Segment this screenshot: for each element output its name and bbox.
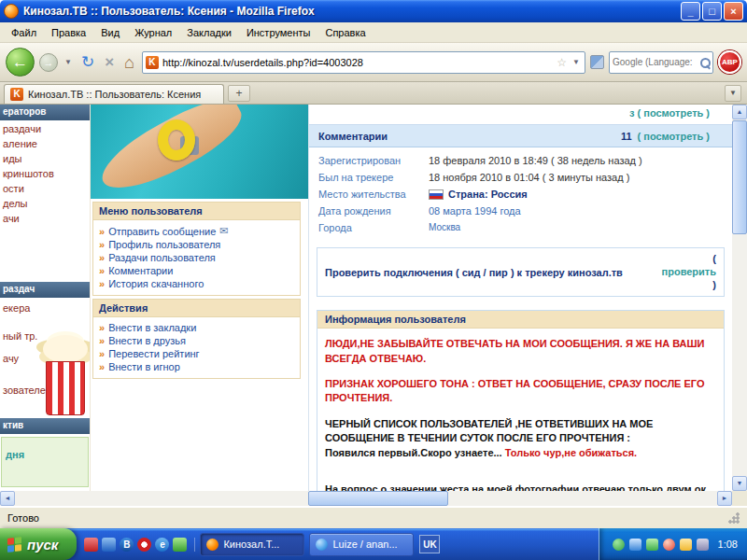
menu-item-label: История скачанного: [108, 278, 204, 289]
horizontal-scrollbar[interactable]: ◄ ►: [0, 491, 732, 506]
firefox-task-icon: [206, 539, 218, 551]
forward-button[interactable]: →: [39, 53, 58, 72]
scroll-right-icon[interactable]: ►: [717, 491, 732, 506]
info-paragraph: ЛЮДИ,НЕ ЗАБЫВАЙТЕ ОТВЕЧАТЬ НА МОИ СООБЩЕ…: [325, 337, 716, 366]
paren-open: (: [712, 253, 716, 266]
search-input[interactable]: [613, 57, 698, 67]
back-button[interactable]: ←: [6, 48, 35, 77]
comments-view-link[interactable]: ( посмотреть ): [638, 131, 710, 142]
sidebar-link[interactable]: иды: [0, 151, 91, 166]
stop-icon[interactable]: ×: [102, 52, 117, 72]
tray-icon[interactable]: [629, 539, 641, 551]
top-row-fragment: з ( посмотреть ): [309, 105, 732, 125]
windows-logo-icon: [7, 537, 21, 553]
language-indicator[interactable]: UK: [419, 535, 440, 553]
action-label: Внести в игнор: [108, 361, 180, 372]
bookmark-star-icon[interactable]: ☆: [557, 56, 567, 69]
country-text: Страна: Россия: [448, 189, 528, 200]
detail-row-birthdate: Дата рождения 08 марта 1994 года: [309, 203, 732, 219]
tray-icon[interactable]: [646, 539, 658, 551]
menu-item-torrents[interactable]: » Раздачи пользователя: [93, 251, 300, 264]
scroll-left-icon[interactable]: ◄: [0, 491, 15, 506]
view-link[interactable]: з ( посмотреть ): [629, 107, 710, 119]
menu-view[interactable]: Вид: [93, 24, 127, 41]
sidebar-link[interactable]: криншотов: [0, 166, 91, 181]
menu-history[interactable]: Журнал: [127, 24, 179, 41]
tab-list-dropdown-icon[interactable]: ▼: [725, 85, 741, 102]
vertical-scrollbar[interactable]: ▲ ▼: [732, 105, 747, 491]
detail-row-city: Города Москва: [309, 219, 732, 236]
sidebar-link[interactable]: ости: [0, 181, 91, 196]
user-menu-column: Меню пользователя » Отправить сообщение …: [91, 105, 308, 491]
quicklaunch-icon[interactable]: [84, 538, 98, 552]
new-tab-button[interactable]: +: [228, 85, 250, 102]
sidebar-link[interactable]: екера: [0, 301, 91, 315]
tray-icon[interactable]: [680, 539, 692, 551]
menu-tools[interactable]: Инструменты: [239, 24, 318, 41]
taskbar-task-player[interactable]: Luize / anan...: [309, 533, 414, 556]
tray-icon[interactable]: [663, 539, 675, 551]
sidebar-section-header: ераторов: [0, 105, 91, 120]
detail-label: Дата рождения: [318, 205, 429, 217]
detail-row-registered: Зарегистрирован 18 февраля 2010 в 18:49 …: [309, 152, 732, 169]
opera-icon[interactable]: [137, 538, 151, 552]
detail-value: 18 февраля 2010 в 18:49 ( 38 недель наза…: [429, 155, 642, 166]
close-button[interactable]: ×: [724, 2, 743, 21]
menu-bookmarks[interactable]: Закладки: [179, 24, 239, 41]
taskbar-task-kinozal[interactable]: Кинозал.Т...: [200, 533, 304, 556]
start-button[interactable]: пуск: [0, 528, 77, 560]
address-bar[interactable]: K ☆ ▼: [142, 51, 585, 74]
menu-item-download-history[interactable]: » История скачанного: [93, 277, 300, 290]
bluetooth-icon[interactable]: B: [120, 538, 134, 552]
menu-file[interactable]: Файл: [4, 24, 44, 41]
quicklaunch-icon[interactable]: [173, 538, 187, 552]
search-box[interactable]: [609, 51, 713, 74]
arrow-bullet-icon: »: [99, 252, 105, 263]
minimize-button[interactable]: _: [681, 2, 700, 21]
action-ignore[interactable]: » Внести в игнор: [93, 360, 300, 373]
action-rate[interactable]: » Перевести рейтинг: [93, 347, 300, 360]
sidebar-link[interactable]: аление: [0, 136, 91, 151]
menu-help[interactable]: Справка: [317, 24, 373, 41]
sidebar-section-header: ктив: [0, 418, 91, 434]
resize-grip[interactable]: [727, 511, 740, 524]
tab-active[interactable]: K Кинозал.ТВ :: Пользователь: Ксения: [4, 84, 224, 104]
sidebar-link[interactable]: дня: [6, 449, 24, 460]
action-add-bookmark[interactable]: » Внести в закладки: [93, 321, 300, 334]
ie-icon[interactable]: e: [155, 538, 169, 552]
sidebar-link[interactable]: ачи: [0, 211, 91, 226]
quicklaunch-icon[interactable]: [102, 538, 116, 552]
tab-favicon: K: [10, 88, 23, 101]
url-input[interactable]: [162, 57, 553, 68]
tray-icon[interactable]: [613, 539, 625, 551]
popcorn-image: [43, 322, 88, 415]
paren-close: ): [712, 279, 716, 292]
search-icon[interactable]: [700, 58, 710, 67]
sidebar-link[interactable]: раздачи: [0, 121, 91, 136]
tray-icon[interactable]: [697, 539, 709, 551]
check-connection-link[interactable]: проверить: [662, 266, 716, 279]
info-text-black: Появился первый.Скоро узнаете...: [325, 447, 502, 458]
history-dropdown-icon[interactable]: ▼: [63, 56, 74, 68]
maximize-button[interactable]: □: [702, 2, 722, 21]
user-menu-list: » Отправить сообщение ✉ » Профиль пользо…: [93, 220, 300, 295]
scroll-up-icon[interactable]: ▲: [732, 105, 747, 119]
menu-item-profile[interactable]: » Профиль пользователя: [93, 238, 300, 251]
vertical-scroll-thumb[interactable]: [732, 120, 747, 234]
extension-icon[interactable]: [590, 55, 604, 69]
horizontal-scroll-thumb[interactable]: [308, 491, 448, 506]
sidebar-link[interactable]: делы: [0, 196, 91, 211]
menu-edit[interactable]: Правка: [44, 24, 93, 41]
arrow-bullet-icon: »: [99, 348, 105, 359]
sidebar-links-group-1: раздачи аление иды криншотов ости делы а…: [0, 121, 91, 226]
home-icon[interactable]: ⌂: [121, 52, 137, 73]
action-add-friend[interactable]: » Внести в друзья: [93, 334, 300, 347]
action-label: Перевести рейтинг: [108, 348, 200, 359]
adblock-icon[interactable]: ABP: [718, 50, 741, 74]
scroll-down-icon[interactable]: ▼: [732, 476, 747, 491]
menu-item-label: Комментарии: [108, 265, 173, 276]
url-dropdown-icon[interactable]: ▼: [571, 56, 582, 68]
refresh-icon[interactable]: ↻: [78, 52, 97, 72]
menu-item-send-message[interactable]: » Отправить сообщение ✉: [93, 224, 300, 238]
menu-item-comments[interactable]: » Комментарии: [93, 264, 300, 277]
